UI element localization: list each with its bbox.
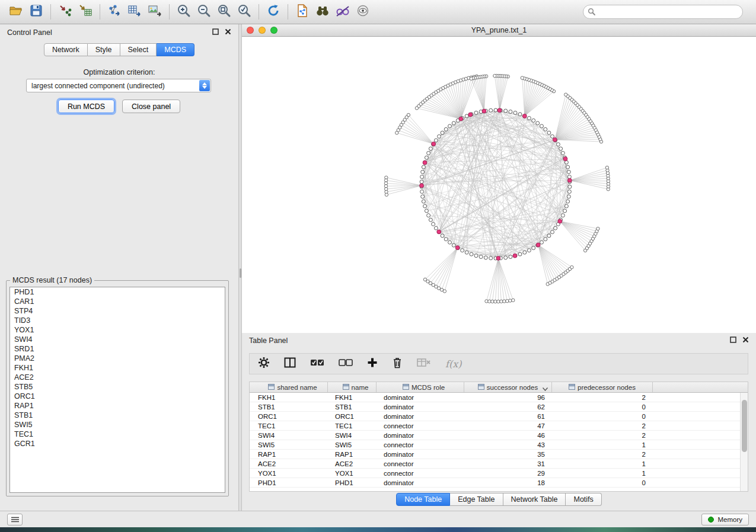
graph-node[interactable] bbox=[448, 241, 452, 244]
graph-node[interactable] bbox=[429, 147, 432, 150]
window-close-icon[interactable] bbox=[247, 27, 254, 34]
deselect-all-rows-button[interactable] bbox=[339, 358, 353, 370]
graph-node[interactable] bbox=[568, 185, 572, 188]
graph-node[interactable] bbox=[547, 234, 551, 238]
close-panel-button[interactable]: Close panel bbox=[122, 100, 180, 113]
graph-node[interactable] bbox=[422, 200, 425, 203]
select-all-rows-button[interactable] bbox=[310, 358, 324, 370]
zoom-in-button[interactable] bbox=[174, 2, 194, 21]
graph-leaf-node[interactable] bbox=[500, 300, 503, 303]
graph-dominator-node[interactable] bbox=[423, 161, 427, 165]
mcds-result-item[interactable]: PHD1 bbox=[10, 287, 225, 297]
graph-node[interactable] bbox=[509, 110, 512, 114]
show-graphics-details-button[interactable] bbox=[353, 2, 373, 21]
graph-node[interactable] bbox=[452, 121, 455, 125]
table-row[interactable]: PHD1PHD1dominator180 bbox=[250, 478, 748, 488]
toolbar-search-input[interactable] bbox=[583, 5, 743, 19]
graph-leaf-node[interactable] bbox=[415, 107, 418, 110]
graph-dominator-node[interactable] bbox=[496, 257, 500, 261]
graph-node[interactable] bbox=[564, 204, 568, 208]
graph-node[interactable] bbox=[461, 249, 464, 252]
tab-motifs[interactable]: Motifs bbox=[566, 493, 601, 506]
network-window-titlebar[interactable]: YPA_prune.txt_1 bbox=[242, 24, 756, 37]
window-zoom-icon[interactable] bbox=[270, 27, 277, 34]
graph-node[interactable] bbox=[544, 238, 547, 241]
graph-dominator-node[interactable] bbox=[459, 117, 463, 121]
delete-column-button[interactable] bbox=[392, 357, 403, 371]
memory-button[interactable]: Memory bbox=[701, 514, 749, 525]
search-network-button[interactable] bbox=[312, 2, 333, 21]
table-settings-button[interactable] bbox=[258, 357, 270, 371]
import-public-network-button[interactable] bbox=[292, 2, 312, 21]
graph-node[interactable] bbox=[527, 249, 531, 252]
graph-node[interactable] bbox=[566, 200, 570, 203]
tab-style[interactable]: Style bbox=[88, 43, 120, 56]
graph-leaf-node[interactable] bbox=[570, 265, 573, 268]
graph-node[interactable] bbox=[494, 108, 497, 112]
mcds-result-item[interactable]: STB1 bbox=[10, 411, 225, 420]
graph-node[interactable] bbox=[465, 251, 468, 254]
mcds-result-item[interactable]: YOX1 bbox=[10, 325, 225, 335]
graph-node[interactable] bbox=[567, 170, 570, 174]
graph-node[interactable] bbox=[420, 190, 424, 194]
graph-node[interactable] bbox=[536, 121, 540, 125]
graph-leaf-node[interactable] bbox=[443, 290, 446, 293]
graph-node[interactable] bbox=[479, 255, 483, 259]
mcds-result-item[interactable]: GCR1 bbox=[10, 439, 225, 448]
graph-node[interactable] bbox=[554, 226, 557, 230]
table-row[interactable]: ORC1ORC1dominator610 bbox=[250, 412, 748, 421]
graph-dominator-node[interactable] bbox=[536, 243, 540, 247]
graph-node[interactable] bbox=[422, 165, 425, 169]
tab-select[interactable]: Select bbox=[120, 43, 157, 56]
run-mcds-button[interactable]: Run MCDS bbox=[58, 100, 114, 113]
sort-descending-icon[interactable] bbox=[543, 385, 548, 392]
graph-dominator-node[interactable] bbox=[468, 113, 473, 117]
graph-node[interactable] bbox=[563, 209, 567, 213]
graph-leaf-node[interactable] bbox=[503, 300, 506, 303]
graph-node[interactable] bbox=[544, 127, 547, 131]
task-history-button[interactable] bbox=[7, 514, 23, 525]
hide-graphics-details-button[interactable] bbox=[333, 2, 353, 21]
graph-node[interactable] bbox=[532, 246, 535, 250]
graph-node[interactable] bbox=[489, 257, 493, 260]
graph-dominator-node[interactable] bbox=[558, 219, 562, 223]
graph-dominator-node[interactable] bbox=[513, 254, 517, 258]
graph-dominator-node[interactable] bbox=[497, 108, 502, 113]
graph-node[interactable] bbox=[551, 230, 554, 234]
mcds-result-item[interactable]: ORC1 bbox=[10, 392, 225, 401]
graph-node[interactable] bbox=[465, 114, 468, 118]
graph-leaf-node[interactable] bbox=[494, 300, 497, 303]
graph-node[interactable] bbox=[540, 124, 544, 128]
graph-node[interactable] bbox=[434, 139, 438, 142]
graph-dominator-node[interactable] bbox=[420, 184, 424, 188]
graph-leaf-node[interactable] bbox=[564, 93, 567, 96]
mcds-result-item[interactable]: FKH1 bbox=[10, 363, 225, 373]
tab-network-table[interactable]: Network Table bbox=[503, 493, 566, 506]
graph-node[interactable] bbox=[504, 109, 508, 113]
graph-node[interactable] bbox=[523, 251, 527, 254]
graph-leaf-node[interactable] bbox=[470, 77, 473, 80]
tab-network[interactable]: Network bbox=[44, 43, 88, 56]
import-table-button[interactable] bbox=[75, 2, 95, 21]
graph-node[interactable] bbox=[518, 113, 522, 116]
mcds-result-item[interactable]: ACE2 bbox=[10, 373, 225, 382]
column-header-successor-nodes[interactable]: successor nodes bbox=[464, 382, 552, 392]
graph-node[interactable] bbox=[556, 143, 560, 146]
export-table-button[interactable] bbox=[125, 2, 145, 21]
tab-node-table[interactable]: Node Table bbox=[396, 493, 450, 506]
graph-leaf-node[interactable] bbox=[395, 132, 398, 134]
zoom-out-button[interactable] bbox=[194, 2, 214, 21]
graph-node[interactable] bbox=[421, 170, 425, 174]
mcds-result-item[interactable]: RAP1 bbox=[10, 401, 225, 411]
graph-dominator-node[interactable] bbox=[522, 114, 527, 118]
graph-node[interactable] bbox=[423, 204, 427, 208]
graph-node[interactable] bbox=[561, 214, 564, 217]
graph-node[interactable] bbox=[425, 209, 428, 213]
mcds-result-list[interactable]: PHD1CAR1STP4TID3YOX1SWI4SRD1PMA2FKH1ACE2… bbox=[9, 287, 225, 493]
mcds-result-item[interactable]: SWI4 bbox=[10, 335, 225, 344]
graph-dominator-node[interactable] bbox=[432, 142, 436, 146]
dropdown-stepper-icon[interactable] bbox=[199, 80, 210, 91]
table-row[interactable]: YOX1YOX1connector291 bbox=[250, 469, 748, 478]
graph-node[interactable] bbox=[518, 252, 522, 256]
table-row[interactable]: SWI5SWI5connector431 bbox=[250, 440, 748, 450]
